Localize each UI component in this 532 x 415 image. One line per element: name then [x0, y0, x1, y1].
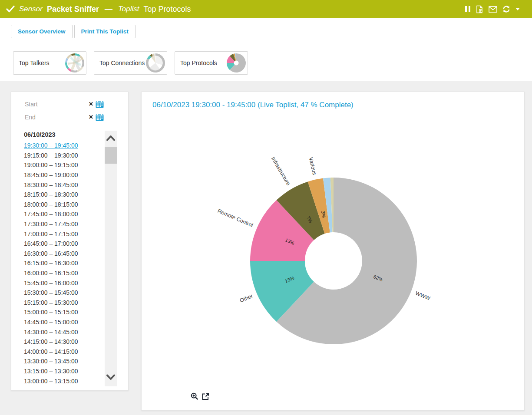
interval-item[interactable]: 15:00:00 – 15:15:00 — [24, 307, 103, 317]
thumbnail-decoration — [151, 56, 155, 63]
interval-item[interactable]: 16:30:00 – 16:45:00 — [24, 249, 103, 259]
start-date-field: ✕ — [22, 99, 104, 110]
interval-item[interactable]: 18:45:00 – 19:00:00 — [24, 170, 103, 180]
end-date-input[interactable] — [22, 114, 89, 121]
segment-name-label: Infrastructure — [270, 156, 292, 187]
donut-segment-unlabeled — [81, 59, 84, 68]
print-toplist-button[interactable]: Print This Toplist — [74, 25, 135, 38]
toplist-chart-panel: 06/10/2023 19:30:00 - 19:45:00 (Live Top… — [141, 92, 525, 411]
interval-date-header: 06/10/2023 — [24, 131, 56, 138]
page: Sensor Packet Sniffer — Toplist Top Prot… — [0, 0, 532, 415]
interval-item[interactable]: 17:00:00 – 17:15:00 — [24, 229, 103, 239]
clear-start-icon[interactable]: ✕ — [89, 101, 93, 107]
interval-item[interactable]: 15:45:00 – 16:00:00 — [24, 278, 103, 288]
interval-item[interactable]: 19:15:00 – 19:30:00 — [24, 151, 103, 161]
interval-item[interactable]: 14:30:00 – 14:45:00 — [24, 327, 103, 337]
tab-label: Top Talkers — [19, 59, 50, 66]
toolbar: Sensor Overview Print This Toplist — [11, 25, 135, 38]
interval-filter-panel: ✕ ✕ — [11, 92, 129, 391]
interval-item[interactable]: 19:00:00 – 19:15:00 — [24, 160, 103, 170]
chart-footer-toolbar — [191, 392, 209, 400]
interval-item[interactable]: 13:00:00 – 13:15:00 — [24, 376, 103, 386]
divider — [0, 45, 532, 45]
title-separator: — — [105, 5, 112, 14]
interval-item[interactable]: 18:30:00 – 18:45:00 — [24, 180, 103, 190]
page-title: Top Protocols — [143, 5, 191, 14]
end-calendar-icon[interactable] — [96, 114, 104, 121]
object-kind-label: Sensor — [19, 5, 43, 13]
clear-end-icon[interactable]: ✕ — [89, 114, 93, 120]
scroll-up-icon[interactable] — [106, 135, 116, 143]
donut-segment-unlabeled — [71, 70, 78, 72]
top-bar: Sensor Packet Sniffer — Toplist Top Prot… — [0, 0, 532, 18]
start-calendar-icon[interactable] — [96, 101, 104, 108]
interval-item[interactable]: 17:30:00 – 17:45:00 — [24, 219, 103, 229]
segment-name-label: Other — [239, 293, 254, 304]
zoom-in-icon[interactable] — [191, 392, 198, 400]
refresh-menu-caret-icon[interactable] — [515, 8, 520, 10]
interval-item[interactable]: 14:45:00 – 15:00:00 — [24, 317, 103, 327]
interval-item[interactable]: 13:30:00 – 13:45:00 — [24, 356, 103, 366]
section-label: Toplist — [118, 5, 139, 13]
end-date-field: ✕ — [22, 112, 104, 123]
report-export-icon[interactable] — [476, 5, 484, 13]
interval-item[interactable]: 18:00:00 – 18:15:00 — [24, 200, 103, 210]
status-ok-check-icon — [6, 5, 15, 13]
header-actions — [465, 5, 526, 13]
segment-name-label: Various — [308, 157, 318, 176]
interval-item[interactable]: 16:45:00 – 17:00:00 — [24, 239, 103, 249]
interval-item[interactable]: 16:00:00 – 16:15:00 — [24, 268, 103, 278]
segment-name-label: Remote Control — [217, 208, 254, 229]
pause-icon[interactable] — [465, 6, 471, 13]
interval-item[interactable]: 19:30:00 – 19:45:00 — [24, 141, 103, 151]
sensor-name: Packet Sniffer — [47, 5, 99, 14]
tab-top-protocols[interactable]: Top Protocols — [175, 51, 248, 75]
email-icon[interactable] — [489, 6, 497, 13]
interval-item[interactable]: 16:15:00 – 16:30:00 — [24, 258, 103, 268]
interval-scrollbar[interactable] — [105, 131, 117, 386]
scroll-down-icon[interactable] — [106, 374, 116, 382]
interval-item[interactable]: 17:45:00 – 18:00:00 — [24, 209, 103, 219]
scrollbar-thumb[interactable] — [105, 147, 117, 164]
segment-name-label: WWW — [414, 290, 431, 302]
tab-label: Top Protocols — [180, 59, 217, 66]
interval-item[interactable]: 14:15:00 – 14:30:00 — [24, 337, 103, 347]
tab-label: Top Connections — [99, 59, 145, 66]
protocols-donut-icon — [226, 53, 246, 73]
toplist-tabs: Top Talkers Top Connections Top Protocol… — [13, 51, 248, 75]
interval-item[interactable]: 18:15:00 – 18:30:00 — [24, 190, 103, 200]
chord-diagram-icon — [65, 53, 85, 73]
tab-top-connections[interactable]: Top Connections — [94, 51, 167, 75]
interval-list: 19:30:00 – 19:45:0019:15:00 – 19:30:0019… — [24, 141, 103, 386]
interval-item[interactable]: 15:30:00 – 15:45:00 — [24, 288, 103, 298]
sensor-overview-button[interactable]: Sensor Overview — [11, 25, 73, 38]
top-protocols-donut-chart: 62%WWW13%Other13%Remote Control7%Infrast… — [142, 92, 525, 411]
interval-item[interactable]: 15:15:00 – 15:30:00 — [24, 298, 103, 308]
refresh-icon[interactable] — [502, 5, 511, 13]
interval-item[interactable]: 14:00:00 – 14:15:00 — [24, 346, 103, 356]
open-external-icon[interactable] — [202, 393, 209, 400]
interval-item[interactable]: 13:15:00 – 13:30:00 — [24, 366, 103, 376]
connections-ring-icon — [145, 53, 165, 73]
start-date-input[interactable] — [22, 101, 89, 108]
tab-top-talkers[interactable]: Top Talkers — [13, 51, 86, 75]
